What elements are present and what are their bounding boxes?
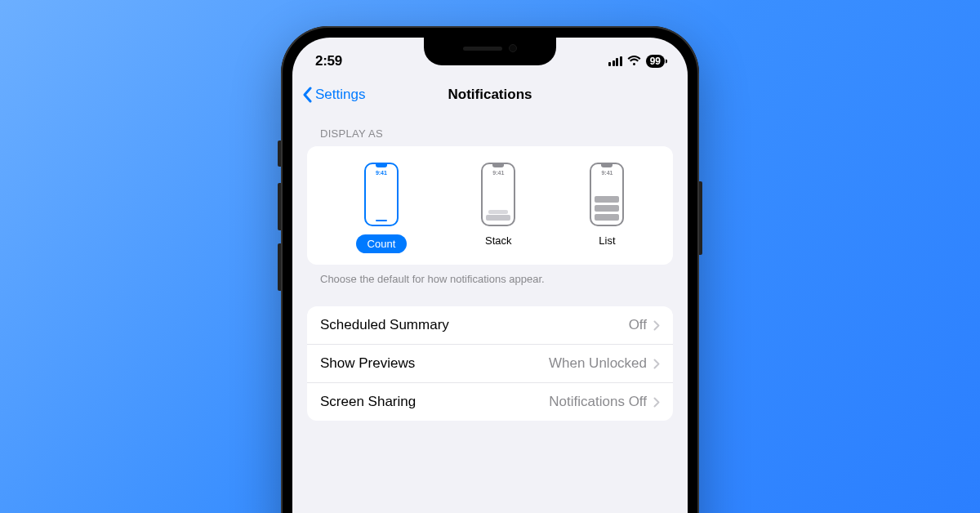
list-preview-icon: 9:41 [590, 163, 624, 226]
list-label: List [599, 234, 615, 247]
display-option-count[interactable]: 9:41 Count [356, 163, 408, 253]
settings-list: Scheduled Summary Off Show Previews When… [307, 306, 673, 421]
display-as-header: Display As [307, 127, 673, 146]
display-as-card: 9:41 Count 9:41 Stack [307, 146, 673, 265]
phone-frame: 2:59 99 [281, 26, 699, 513]
row-label: Show Previews [320, 355, 415, 372]
side-buttons-left [278, 141, 281, 304]
back-label: Settings [315, 87, 365, 103]
notch [424, 38, 556, 65]
stack-label: Stack [485, 234, 512, 247]
row-value: Off [629, 317, 647, 333]
nav-bar: Settings Notifications [292, 77, 688, 113]
stack-preview-icon: 9:41 [481, 163, 515, 226]
display-as-footer: Choose the default for how notifications… [307, 265, 673, 285]
content: Display As 9:41 Count 9:41 [292, 113, 688, 421]
status-time: 2:59 [315, 53, 342, 69]
wifi-icon [627, 54, 641, 69]
screen-sharing-row[interactable]: Screen Sharing Notifications Off [307, 383, 673, 421]
battery-icon: 99 [646, 55, 665, 68]
status-indicators: 99 [608, 54, 665, 69]
side-buttons-right [699, 181, 702, 255]
row-value: Notifications Off [549, 394, 647, 410]
chevron-right-icon [653, 397, 660, 408]
chevron-right-icon [653, 359, 660, 369]
page-title: Notifications [448, 87, 532, 103]
display-option-list[interactable]: 9:41 List [590, 163, 624, 253]
row-value: When Unlocked [549, 355, 647, 372]
count-preview-icon: 9:41 [364, 163, 399, 226]
row-label: Screen Sharing [320, 394, 416, 410]
display-option-stack[interactable]: 9:41 Stack [481, 163, 515, 253]
count-label: Count [356, 234, 408, 253]
scheduled-summary-row[interactable]: Scheduled Summary Off [307, 306, 673, 345]
cellular-icon [608, 56, 622, 66]
row-label: Scheduled Summary [320, 317, 449, 333]
back-button[interactable]: Settings [302, 87, 365, 103]
chevron-right-icon [653, 320, 660, 331]
show-previews-row[interactable]: Show Previews When Unlocked [307, 345, 673, 383]
phone-screen: 2:59 99 [292, 38, 688, 513]
